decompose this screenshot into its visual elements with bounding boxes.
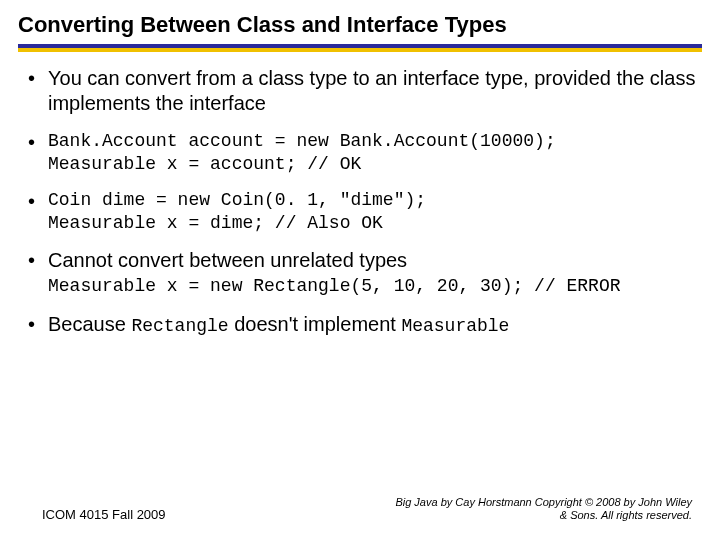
bullet-list: You can convert from a class type to an …: [28, 66, 696, 337]
bullet-item: Because Rectangle doesn't implement Meas…: [28, 312, 696, 338]
footer-left: ICOM 4015 Fall 2009: [42, 507, 166, 522]
footer-right: Big Java by Cay Horstmann Copyright © 20…: [392, 496, 692, 522]
code-block: Bank.Account account = new Bank.Account(…: [48, 130, 696, 175]
bullet-text: Because: [48, 313, 131, 335]
bullet-text: Cannot convert between unrelated types: [48, 249, 407, 271]
bullet-item: Coin dime = new Coin(0. 1, "dime"); Meas…: [28, 189, 696, 234]
bullet-item: Cannot convert between unrelated types M…: [28, 248, 696, 298]
title-underline: [18, 44, 702, 52]
bullet-item: You can convert from a class type to an …: [28, 66, 696, 116]
bullet-text: doesn't implement: [229, 313, 402, 335]
inline-code: Rectangle: [131, 316, 228, 336]
inline-code: Measurable: [401, 316, 509, 336]
underline-yellow: [18, 48, 702, 52]
code-block: Coin dime = new Coin(0. 1, "dime"); Meas…: [48, 189, 696, 234]
slide-content: You can convert from a class type to an …: [18, 66, 702, 337]
slide-footer: ICOM 4015 Fall 2009 Big Java by Cay Hors…: [0, 496, 720, 522]
code-block: Measurable x = new Rectangle(5, 10, 20, …: [48, 275, 696, 298]
bullet-text: You can convert from a class type to an …: [48, 67, 695, 114]
slide-title: Converting Between Class and Interface T…: [18, 12, 702, 42]
bullet-item: Bank.Account account = new Bank.Account(…: [28, 130, 696, 175]
